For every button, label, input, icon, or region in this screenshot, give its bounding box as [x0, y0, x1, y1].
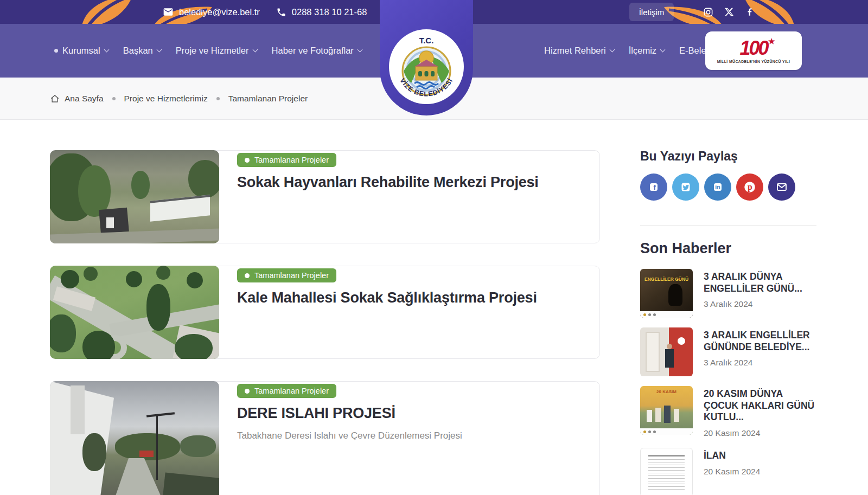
project-card-sokak-hayvanlari[interactable]: Tamamlanan Projeler Sokak Hayvanları Reh…	[50, 150, 600, 243]
project-card-dere-islahi[interactable]: Tamamlanan Projeler DERE ISLAHI PROJESİ …	[50, 381, 600, 495]
svg-text:in: in	[715, 184, 720, 190]
news-title[interactable]: İLAN	[704, 448, 760, 462]
dot-icon	[245, 158, 250, 163]
project-thumbnail[interactable]	[50, 150, 219, 243]
news-date: 3 Aralık 2024	[704, 358, 816, 368]
svg-text:f: f	[653, 183, 656, 191]
nav-item-haber-ve-fotograflar[interactable]: Haber ve Fotoğraflar	[272, 46, 362, 56]
decor	[126, 271, 142, 287]
breadcrumb-separator	[216, 97, 220, 100]
chevron-down-icon	[156, 47, 162, 53]
contact-button[interactable]: İletişim	[629, 3, 674, 21]
decor	[648, 455, 685, 457]
decor: 20 KASIM	[640, 389, 693, 394]
category-badge[interactable]: Tamamlanan Projeler	[237, 153, 336, 167]
decor	[678, 337, 685, 345]
decor: ENGELLİLER GÜNÜ	[640, 277, 693, 282]
decor	[180, 435, 216, 457]
news-thumbnail[interactable]	[640, 327, 693, 376]
dot-icon	[245, 273, 250, 278]
news-item-text: 3 ARALIK DÜNYA ENGELLİLER GÜNÜ... 3 Aral…	[704, 269, 816, 318]
nav-item-kurumsal[interactable]: Kurumsal	[54, 46, 108, 56]
chevron-down-icon	[609, 47, 615, 53]
active-dot-icon	[54, 49, 58, 53]
share-facebook-icon[interactable]: f	[640, 173, 667, 201]
project-subtitle: Tabakhane Deresi Islahı ve Çevre Düzenle…	[237, 430, 599, 441]
news-list: ENGELLİLER GÜNÜ 3 ARALIK DÜNYA ENGELLİLE…	[640, 269, 816, 495]
nav-left: Kurumsal Başkan Proje ve Hizmetler Haber…	[54, 24, 376, 78]
decor	[163, 472, 219, 495]
decor	[646, 332, 660, 372]
news-item-text: İLAN 20 Kasım 2024	[704, 448, 760, 495]
breadcrumb-proje-ve-hizmetlerimiz[interactable]: Proje ve Hizmetlerimiz	[124, 94, 208, 104]
email-link[interactable]: belediye@vize.bel.tr	[163, 7, 260, 17]
news-heading: Son Haberler	[640, 240, 816, 257]
share-buttons: f in p	[640, 173, 816, 201]
centenary-caption: MİLLİ MÜCADELE'NİN YÜZÜNCÜ YILI	[717, 60, 790, 63]
centenary-logo: 100★ MİLLİ MÜCADELE'NİN YÜZÜNCÜ YILI	[705, 31, 802, 70]
svg-text:T.C.: T.C.	[419, 36, 434, 45]
home-icon	[50, 94, 60, 104]
x-twitter-icon[interactable]	[724, 7, 734, 17]
share-linkedin-icon[interactable]: in	[704, 173, 731, 201]
decor	[175, 334, 213, 359]
share-pinterest-icon[interactable]: p	[736, 173, 763, 201]
news-item[interactable]: İLAN 20 Kasım 2024	[640, 448, 816, 495]
decor	[156, 415, 158, 480]
news-date: 3 Aralık 2024	[704, 299, 816, 309]
news-title[interactable]: 3 ARALIK DÜNYA ENGELLİLER GÜNÜ...	[704, 269, 816, 294]
share-email-icon[interactable]	[768, 173, 795, 201]
share-twitter-icon[interactable]	[672, 173, 699, 201]
nav-item-proje-ve-hizmetler[interactable]: Proje ve Hizmetler	[176, 46, 257, 56]
news-thumbnail[interactable]: 20 KASIM	[640, 386, 693, 435]
news-thumbnail[interactable]	[640, 448, 693, 495]
decor	[655, 408, 661, 422]
nav-item-baskan[interactable]: Başkan	[123, 46, 161, 56]
decor	[156, 266, 170, 280]
decor	[674, 409, 679, 422]
decor	[668, 284, 682, 306]
sidebar-divider	[640, 225, 816, 226]
news-title[interactable]: 3 ARALIK ENGELLİLER GÜNÜNDE BELEDİYE...	[704, 327, 816, 353]
chevron-down-icon	[660, 47, 666, 53]
news-item[interactable]: 20 KASIM 20 KASIM DÜNYA ÇOCUK HAKLARI GÜ…	[640, 386, 816, 438]
instagram-icon[interactable]	[703, 7, 713, 17]
decor	[106, 217, 114, 228]
email-icon	[163, 7, 174, 17]
nav-item-hizmet-rehberi[interactable]: Hizmet Rehberi	[544, 46, 614, 56]
nav-item-ilcemiz[interactable]: İlçemiz	[629, 46, 665, 56]
main-content: Tamamlanan Projeler Sokak Hayvanları Reh…	[0, 120, 868, 495]
breadcrumb-home[interactable]: Ana Sayfa	[50, 94, 104, 104]
chevron-down-icon	[357, 47, 362, 53]
decor	[665, 349, 674, 368]
news-item[interactable]: 3 ARALIK ENGELLİLER GÜNÜNDE BELEDİYE... …	[640, 327, 816, 376]
decor	[99, 208, 129, 234]
facebook-icon[interactable]	[745, 7, 755, 17]
project-thumbnail[interactable]	[50, 381, 219, 495]
decor	[647, 410, 652, 422]
project-title[interactable]: Sokak Hayvanları Rehabilite Merkezi Proj…	[237, 174, 599, 191]
news-thumbnail[interactable]: ENGELLİLER GÜNÜ	[640, 269, 693, 318]
email-text: belediye@vize.bel.tr	[179, 7, 260, 17]
decor	[82, 433, 106, 471]
municipality-logo-badge[interactable]: T.C. VİZE BELEDİYESİ	[380, 0, 473, 115]
project-title[interactable]: Kale Mahallesi Sokak Sağlıklaştırma Proj…	[237, 290, 599, 306]
decor	[648, 459, 685, 491]
news-title[interactable]: 20 KASIM DÜNYA ÇOCUK HAKLARI GÜNÜ KUTLU.…	[704, 386, 816, 423]
category-badge[interactable]: Tamamlanan Projeler	[237, 268, 336, 282]
decor	[50, 229, 219, 243]
decor	[71, 385, 85, 434]
svg-text:p: p	[748, 182, 752, 192]
category-badge[interactable]: Tamamlanan Projeler	[237, 384, 336, 398]
news-item[interactable]: ENGELLİLER GÜNÜ 3 ARALIK DÜNYA ENGELLİLE…	[640, 269, 816, 318]
project-title[interactable]: DERE ISLAHI PROJESİ	[237, 405, 599, 422]
share-heading: Bu Yazıyı Paylaş	[640, 149, 816, 164]
phone-link[interactable]: 0288 318 10 21-68	[276, 7, 367, 17]
project-card-kale-mahallesi[interactable]: Tamamlanan Projeler Kale Mahallesi Sokak…	[50, 266, 600, 359]
sidebar: Bu Yazıyı Paylaş f in p Son H	[640, 149, 816, 495]
project-thumbnail[interactable]	[50, 266, 219, 359]
decor	[131, 171, 150, 199]
news-item-text: 20 KASIM DÜNYA ÇOCUK HAKLARI GÜNÜ KUTLU.…	[704, 386, 816, 438]
project-card-body: Tamamlanan Projeler Kale Mahallesi Sokak…	[237, 266, 599, 306]
phone-text: 0288 318 10 21-68	[292, 7, 367, 17]
